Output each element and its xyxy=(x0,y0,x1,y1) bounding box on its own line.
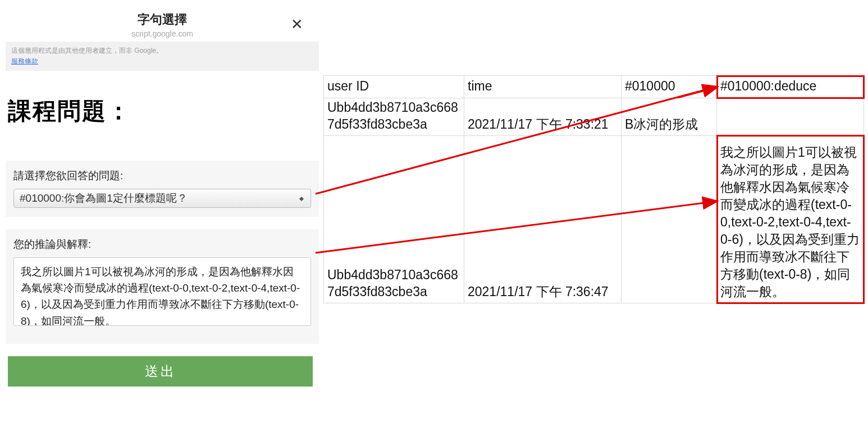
explain-block: 您的推論與解釋: xyxy=(6,229,319,344)
table-row: Ubb4dd3b8710a3c6687d5f33fd83cbe3a 2021/1… xyxy=(324,98,864,136)
cell-deduce: 我之所以圖片1可以被視為冰河的形成，是因為他解釋水因為氣候寒冷而變成冰的過程(t… xyxy=(717,135,864,303)
notice-bar: 這個應用程式是由其他使用者建立，而非 Google。 服務條款 xyxy=(6,42,319,71)
header-time: time xyxy=(464,76,622,98)
chevron-updown-icon xyxy=(296,189,307,207)
cell-code xyxy=(622,135,717,303)
cell-time: 2021/11/17 下午 7:33:21 xyxy=(464,98,622,136)
close-icon[interactable]: ✕ xyxy=(291,16,303,33)
data-table: user ID time #010000 #010000:deduce Ubb4… xyxy=(323,75,864,303)
submit-button[interactable]: 送出 xyxy=(8,356,313,387)
question-select-block: 請選擇您欲回答的問題: #010000:你會為圖1定什麼標題呢？ xyxy=(6,161,319,217)
header-code: #010000 xyxy=(622,76,717,98)
notice-text: 這個應用程式是由其他使用者建立，而非 Google。 xyxy=(11,47,163,54)
panel-subtitle: script.google.com xyxy=(6,29,319,38)
table-header-row: user ID time #010000 #010000:deduce xyxy=(324,76,864,98)
cell-time: 2021/11/17 下午 7:36:47 xyxy=(464,135,622,303)
tos-link[interactable]: 服務條款 xyxy=(11,57,38,66)
panel-header: 字句選擇 script.google.com ✕ xyxy=(6,11,319,38)
explain-textarea[interactable] xyxy=(13,257,311,326)
cell-code: B冰河的形成 xyxy=(622,98,717,136)
page-title: 課程問題： xyxy=(8,96,319,127)
explain-label: 您的推論與解釋: xyxy=(13,237,311,252)
select-value: #010000:你會為圖1定什麼標題呢？ xyxy=(20,191,188,206)
table-row: Ubb4dd3b8710a3c6687d5f33fd83cbe3a 2021/1… xyxy=(324,135,864,303)
select-label: 請選擇您欲回答的問題: xyxy=(13,169,311,183)
panel-title: 字句選擇 xyxy=(6,11,319,28)
cell-deduce xyxy=(717,98,864,136)
form-panel: 字句選擇 script.google.com ✕ 這個應用程式是由其他使用者建立… xyxy=(6,11,319,387)
cell-userid: Ubb4dd3b8710a3c6687d5f33fd83cbe3a xyxy=(324,135,464,303)
header-userid: user ID xyxy=(324,76,464,98)
header-deduce: #010000:deduce xyxy=(717,76,864,98)
question-select[interactable]: #010000:你會為圖1定什麼標題呢？ xyxy=(13,189,311,208)
cell-userid: Ubb4dd3b8710a3c6687d5f33fd83cbe3a xyxy=(324,98,464,136)
